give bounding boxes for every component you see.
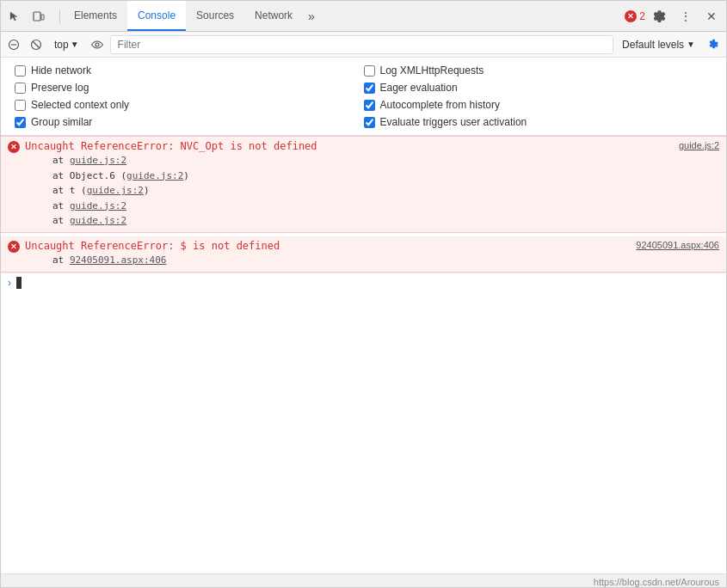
devtools-icons (4, 6, 49, 27)
checkbox-log-xml[interactable]: Log XMLHttpRequests (364, 64, 713, 77)
stack-line: at guide.js:2 (52, 213, 719, 229)
tab-console[interactable]: Console (127, 1, 186, 31)
stack-line: at guide.js:2 (52, 199, 719, 214)
tab-elements[interactable]: Elements (64, 1, 127, 31)
error-main-line-1: ✕ Uncaught ReferenceError: NVC_Opt is no… (8, 140, 719, 153)
error-block-1: ✕ Uncaught ReferenceError: NVC_Opt is no… (1, 136, 726, 233)
more-tabs-button[interactable]: » (303, 1, 320, 31)
svg-point-6 (95, 43, 99, 46)
console-toolbar: top ▼ Default levels ▼ (1, 32, 726, 58)
divider (59, 9, 60, 23)
cursor-blink (16, 277, 22, 289)
stack-line: at Object.6 (guide.js:2) (52, 168, 719, 184)
svg-line-5 (33, 41, 40, 48)
error-source-link-1[interactable]: guide.js:2 (679, 140, 719, 150)
tab-right-actions: ✕ 2 ⋮ ✕ (625, 5, 723, 28)
chevron-down-icon: ▼ (71, 40, 79, 49)
stack-line: at guide.js:2 (52, 153, 719, 168)
error-icon-2: ✕ (8, 241, 20, 253)
cursor-icon[interactable] (4, 6, 25, 27)
error-icon-text-1: ✕ Uncaught ReferenceError: NVC_Opt is no… (8, 140, 317, 153)
checkbox-eval-triggers[interactable]: Evaluate triggers user activation (364, 116, 713, 128)
context-selector[interactable]: top ▼ (49, 37, 84, 52)
tab-network[interactable]: Network (244, 1, 303, 31)
stack-line: at t (guide.js:2) (52, 183, 719, 199)
error-stack-1: at guide.js:2 at Object.6 (guide.js:2) a… (8, 153, 719, 229)
console-input-row: › (1, 273, 726, 293)
log-levels-selector[interactable]: Default levels ▼ (617, 37, 700, 52)
checkbox-autocomplete-history[interactable]: Autocomplete from history (364, 99, 713, 111)
error-message-1: Uncaught ReferenceError: NVC_Opt is not … (25, 140, 317, 152)
settings-icon[interactable] (649, 5, 671, 28)
error-icon-1: ✕ (8, 141, 20, 153)
main-area: top ▼ Default levels ▼ Hide network (1, 32, 726, 588)
error-block-2: ✕ Uncaught ReferenceError: $ is not defi… (1, 236, 726, 273)
filter-input[interactable] (110, 35, 613, 54)
device-icon[interactable] (28, 6, 49, 27)
error-source-link-2[interactable]: 92405091.aspx:406 (636, 240, 719, 250)
checkbox-hide-network[interactable]: Hide network (15, 64, 364, 77)
console-settings-icon[interactable] (704, 35, 723, 54)
tab-sources[interactable]: Sources (186, 1, 244, 31)
status-bar: https://blog.csdn.net/Arourous (1, 573, 726, 588)
checkbox-preserve-log[interactable]: Preserve log (15, 82, 364, 94)
console-settings-panel: Hide network Log XMLHttpRequests Preserv… (1, 58, 726, 136)
levels-chevron-icon: ▼ (687, 40, 695, 49)
status-url: https://blog.csdn.net/Arourous (594, 577, 719, 587)
console-input-cursor[interactable] (16, 277, 22, 290)
error-count-icon: ✕ (625, 10, 637, 22)
checkbox-selected-context[interactable]: Selected context only (15, 99, 364, 111)
error-badge[interactable]: ✕ 2 (625, 10, 645, 22)
clear-console-icon[interactable] (4, 35, 23, 54)
stack-line: at 92405091.aspx:406 (52, 253, 719, 268)
eye-icon[interactable] (88, 35, 107, 54)
checkbox-group-similar[interactable]: Group similar (15, 116, 364, 128)
block-icon[interactable] (27, 35, 46, 54)
tab-bar: Elements Console Sources Network » ✕ 2 ⋮… (1, 1, 726, 32)
error-main-line-2: ✕ Uncaught ReferenceError: $ is not defi… (8, 240, 719, 253)
checkbox-eager-eval[interactable]: Eager evaluation (364, 82, 713, 94)
more-options-icon[interactable]: ⋮ (675, 5, 697, 28)
console-prompt-icon[interactable]: › (8, 277, 11, 289)
error-icon-text-2: ✕ Uncaught ReferenceError: $ is not defi… (8, 240, 280, 253)
devtools-tabs: Elements Console Sources Network » (64, 1, 625, 31)
close-devtools-icon[interactable]: ✕ (700, 5, 723, 28)
console-output: ✕ Uncaught ReferenceError: NVC_Opt is no… (1, 136, 726, 573)
svg-rect-1 (41, 15, 44, 20)
svg-rect-0 (34, 12, 40, 21)
error-stack-2: at 92405091.aspx:406 (8, 253, 719, 268)
error-message-2: Uncaught ReferenceError: $ is not define… (25, 240, 280, 252)
